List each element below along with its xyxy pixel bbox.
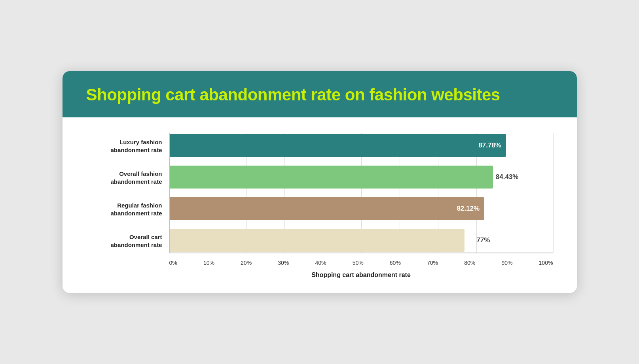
card-header: Shopping cart abandonment rate on fashio… — [63, 71, 577, 117]
bars-and-grid: 87.78%84.43%82.12%77% — [169, 133, 553, 253]
x-axis-label: 90% — [501, 260, 512, 266]
grid-line — [553, 133, 554, 253]
bar: 77% — [169, 229, 465, 252]
y-label: Luxury fashionabandonment rate — [86, 134, 169, 158]
x-axis-label: 20% — [241, 260, 252, 266]
chart-inner: Luxury fashionabandonment rateOverall fa… — [86, 133, 553, 253]
bar-value-label: 82.12% — [457, 205, 480, 213]
y-labels: Luxury fashionabandonment rateOverall fa… — [86, 133, 169, 253]
x-axis-label: 100% — [539, 260, 553, 266]
bars-grid-wrapper: 87.78%84.43%82.12%77% — [169, 133, 553, 253]
x-axis-label: 10% — [203, 260, 214, 266]
x-axis-label: 80% — [464, 260, 475, 266]
y-label: Overall fashionabandonment rate — [86, 166, 169, 190]
chart-card: Shopping cart abandonment rate on fashio… — [63, 71, 577, 292]
y-label: Overall cartabandonment rate — [86, 229, 169, 253]
x-axis-label: 50% — [353, 260, 364, 266]
card-body: Luxury fashionabandonment rateOverall fa… — [63, 117, 577, 293]
x-axis-title-spacer — [86, 270, 169, 279]
x-axis-label: 70% — [427, 260, 438, 266]
axis-line-left — [169, 133, 170, 253]
x-axis-label: 30% — [278, 260, 289, 266]
chart-title: Shopping cart abandonment rate on fashio… — [86, 85, 553, 104]
x-axis-label: 40% — [315, 260, 326, 266]
x-axis-label: 60% — [390, 260, 401, 266]
bar-row: 77% — [169, 228, 553, 253]
bar: 87.78% — [169, 134, 506, 157]
bar-row: 84.43% — [169, 165, 553, 189]
y-label: Regular fashionabandonment rate — [86, 197, 169, 222]
chart-area: Luxury fashionabandonment rateOverall fa… — [86, 133, 553, 279]
bar-row: 82.12% — [169, 196, 553, 221]
x-axis-labels: 0%10%20%30%40%50%60%70%80%90%100% — [169, 257, 553, 266]
x-axis-title: Shopping cart abandonment rate — [169, 270, 553, 279]
bar-value-label: 87.78% — [478, 141, 501, 149]
x-axis-title-row: Shopping cart abandonment rate — [86, 270, 553, 279]
x-axis-label: 0% — [169, 260, 177, 266]
x-axis-spacer — [86, 257, 169, 266]
bar-value-label: 84.43% — [496, 173, 519, 181]
axis-line-bottom — [169, 253, 553, 253]
bar-row: 87.78% — [169, 133, 553, 158]
bar: 82.12% — [169, 197, 485, 220]
x-axis-row: 0%10%20%30%40%50%60%70%80%90%100% — [86, 257, 553, 266]
bar: 84.43% — [169, 166, 493, 189]
bar-value-label: 77% — [476, 236, 490, 244]
